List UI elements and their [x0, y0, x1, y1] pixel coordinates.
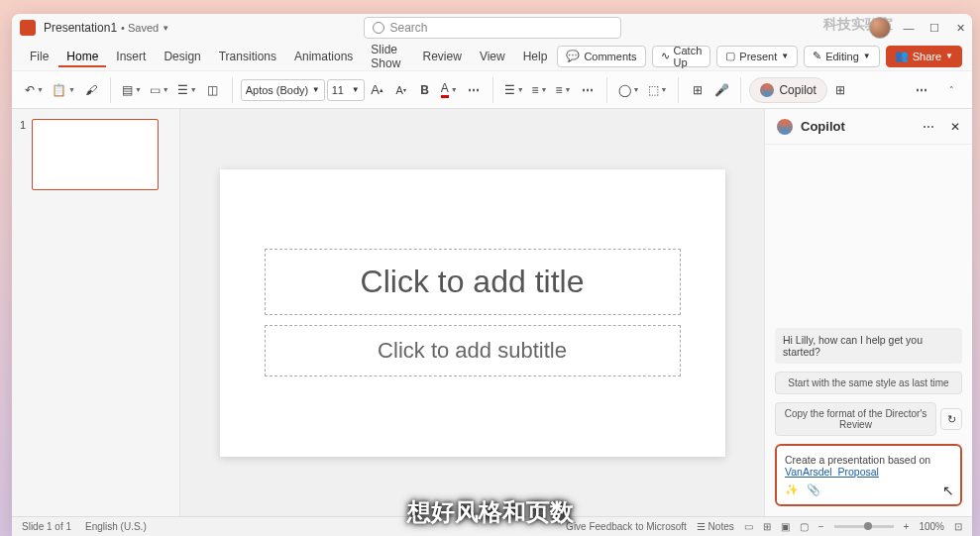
- language-status[interactable]: English (U.S.): [85, 521, 147, 532]
- copilot-input[interactable]: Create a presentation based on VanArsdel…: [775, 444, 962, 506]
- close-button[interactable]: ✕: [952, 20, 968, 36]
- user-avatar[interactable]: [869, 17, 891, 39]
- status-chevron-icon[interactable]: ▼: [162, 24, 169, 33]
- zoom-in-button[interactable]: +: [904, 521, 910, 532]
- view-slideshow-button[interactable]: ▢: [800, 521, 809, 532]
- minimize-button[interactable]: —: [901, 20, 917, 36]
- search-input[interactable]: Search: [364, 17, 621, 39]
- numbering-button[interactable]: ≡▼: [529, 78, 551, 102]
- thumbnail-panel[interactable]: 1: [12, 109, 180, 516]
- menubar: File Home Insert Design Transitions Anim…: [12, 42, 972, 71]
- ribbon-overflow-button[interactable]: ⋯: [911, 78, 932, 102]
- copilot-suggestion-2[interactable]: Copy the format of the Director's Review: [775, 402, 936, 436]
- paste-button[interactable]: 📋▼: [49, 78, 78, 102]
- ribbon-collapse-button[interactable]: ˄: [940, 78, 962, 102]
- copilot-suggestion-1[interactable]: Start with the same style as last time: [775, 372, 962, 394]
- copilot-greeting: Hi Lilly, how can I help get you started…: [775, 328, 962, 364]
- ribbon: ↶▼ 📋▼ 🖌 ▤▼ ▭▼ ☰▼ ◫ Aptos (Body)▼ 11▼ A▴ …: [12, 71, 972, 109]
- title-placeholder[interactable]: Click to add title: [265, 249, 681, 315]
- zoom-slider[interactable]: [834, 525, 894, 528]
- menu-insert[interactable]: Insert: [108, 46, 154, 67]
- bullets-button[interactable]: ☰▼: [501, 78, 527, 102]
- view-normal-button[interactable]: ▭: [744, 521, 753, 532]
- copilot-panel-icon: [777, 119, 793, 135]
- arrange-button[interactable]: ⬚▼: [645, 78, 671, 102]
- fit-to-window-button[interactable]: ⊡: [954, 521, 962, 532]
- slide[interactable]: Click to add title Click to add subtitle: [220, 169, 725, 457]
- subtitle-placeholder[interactable]: Click to add subtitle: [265, 325, 681, 376]
- copilot-panel-title: Copilot: [801, 119, 915, 134]
- align-button[interactable]: ≡▼: [553, 78, 575, 102]
- zoom-level[interactable]: 100%: [919, 521, 944, 532]
- designer-button[interactable]: ⊞: [687, 78, 708, 102]
- copilot-icon: [760, 83, 774, 97]
- layout-button[interactable]: ▭▼: [147, 78, 172, 102]
- menu-animations[interactable]: Animations: [286, 46, 361, 67]
- copilot-close-button[interactable]: ✕: [950, 120, 960, 134]
- menu-transitions[interactable]: Transitions: [211, 46, 284, 67]
- font-color-button[interactable]: A▼: [438, 78, 461, 102]
- menu-help[interactable]: Help: [515, 46, 556, 67]
- comments-button[interactable]: 💬 Comments: [557, 46, 645, 67]
- feedback-link[interactable]: Give Feedback to Microsoft: [566, 521, 687, 532]
- titlebar: Presentation1 • Saved ▼ Search 科技实验室 — ☐…: [12, 14, 972, 42]
- save-status[interactable]: • Saved: [121, 22, 159, 34]
- bold-button[interactable]: B: [414, 78, 436, 102]
- increase-font-button[interactable]: A▴: [367, 78, 388, 102]
- copilot-wand-icon[interactable]: ✨: [785, 483, 799, 496]
- menu-view[interactable]: View: [472, 46, 513, 67]
- menu-slideshow[interactable]: Slide Show: [363, 39, 412, 74]
- grid-view-button[interactable]: ⊞: [829, 78, 851, 102]
- maximize-button[interactable]: ☐: [926, 20, 942, 36]
- shapes-button[interactable]: ◯▼: [615, 78, 643, 102]
- slide-thumbnail-1[interactable]: 1: [20, 119, 171, 190]
- slide-canvas[interactable]: Click to add title Click to add subtitle: [180, 109, 764, 516]
- format-painter-button[interactable]: 🖌: [80, 78, 102, 102]
- copilot-ribbon-button[interactable]: Copilot: [749, 77, 826, 103]
- cursor-icon: ↖: [942, 482, 954, 498]
- copilot-panel: Copilot ⋯ ✕ Hi Lilly, how can I help get…: [764, 109, 972, 516]
- section-button[interactable]: ☰▼: [174, 78, 200, 102]
- document-title[interactable]: Presentation1: [44, 21, 117, 35]
- notes-toggle[interactable]: ☰ Notes: [697, 521, 734, 532]
- undo-button[interactable]: ↶▼: [22, 78, 47, 102]
- menu-design[interactable]: Design: [156, 46, 208, 67]
- new-slide-button[interactable]: ▤▼: [119, 78, 145, 102]
- share-button[interactable]: 👥 Share▼: [886, 46, 962, 67]
- editing-mode-button[interactable]: ✎ Editing▼: [804, 46, 880, 67]
- present-button[interactable]: ▢ Present▼: [716, 46, 798, 67]
- font-family-select[interactable]: Aptos (Body)▼: [241, 79, 325, 101]
- thumbnail-preview[interactable]: [32, 119, 159, 190]
- catchup-button[interactable]: ∿ Catch Up: [652, 46, 711, 67]
- font-size-select[interactable]: 11▼: [327, 79, 365, 101]
- app-icon: [20, 20, 36, 36]
- menu-review[interactable]: Review: [415, 46, 470, 67]
- dictate-button[interactable]: 🎤: [710, 78, 732, 102]
- view-reading-button[interactable]: ▣: [781, 521, 790, 532]
- copilot-panel-header: Copilot ⋯ ✕: [765, 109, 972, 145]
- copilot-attach-icon[interactable]: 📎: [807, 483, 820, 496]
- slide-counter[interactable]: Slide 1 of 1: [22, 521, 71, 532]
- thumbnail-number: 1: [20, 119, 26, 190]
- zoom-out-button[interactable]: −: [818, 521, 824, 532]
- copilot-refresh-button[interactable]: ↻: [940, 408, 962, 430]
- decrease-font-button[interactable]: A▾: [390, 78, 412, 102]
- search-placeholder: Search: [390, 21, 428, 35]
- menu-home[interactable]: Home: [58, 46, 106, 67]
- menu-file[interactable]: File: [22, 46, 56, 67]
- more-para-button[interactable]: ⋯: [577, 78, 599, 102]
- reset-button[interactable]: ◫: [202, 78, 224, 102]
- video-subtitle: 想好风格和页数: [407, 496, 574, 528]
- view-sorter-button[interactable]: ⊞: [763, 521, 771, 532]
- more-font-button[interactable]: ⋯: [463, 78, 485, 102]
- copilot-more-button[interactable]: ⋯: [923, 120, 934, 134]
- copilot-input-link[interactable]: VanArsdel_Proposal: [785, 466, 879, 478]
